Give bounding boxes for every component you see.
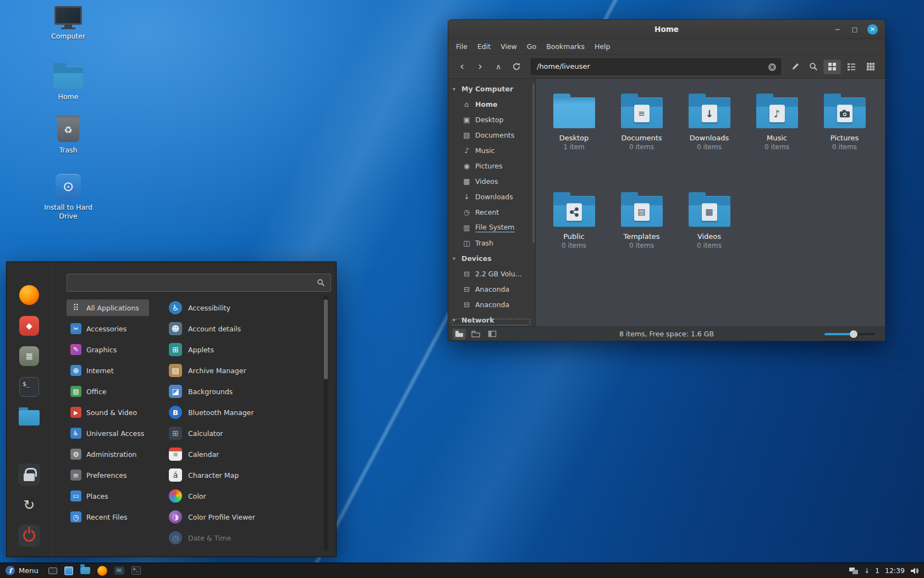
sidebar-item-documents[interactable]: ▤ Documents xyxy=(448,127,535,143)
show-desktop-icon[interactable] xyxy=(48,568,57,574)
desktop-icon-install[interactable]: ⊙ Install to Hard Drive xyxy=(35,174,101,220)
sidebar-item-anaconda-2[interactable]: ⊟ Anaconda xyxy=(448,297,535,312)
list-view-button[interactable] xyxy=(843,59,860,74)
forward-button[interactable]: › xyxy=(472,58,488,75)
network-icon[interactable] xyxy=(849,567,859,575)
menu-search-input[interactable] xyxy=(73,278,317,287)
desktop-icon-trash[interactable]: ♻ Trash xyxy=(35,118,101,155)
desktop-icon-home[interactable]: Home xyxy=(35,62,101,101)
clock[interactable]: 12:39 xyxy=(885,566,905,575)
path-bar[interactable]: /home/liveuser xyxy=(531,58,781,75)
section-my-computer[interactable]: ▾ My Computer xyxy=(448,81,535,96)
app-bluetooth-manager[interactable]: B Bluetooth Manager xyxy=(169,404,322,421)
category-all-applications[interactable]: ⠿ All Applications xyxy=(67,299,149,316)
file-templates[interactable]: ▤ Templates 0 items xyxy=(608,192,675,249)
titlebar[interactable]: Home − ◻ × xyxy=(448,20,885,39)
desktop-icon-computer[interactable]: Computer xyxy=(35,6,101,41)
app-account-details[interactable]: ☻ Account details xyxy=(169,320,322,337)
sidebar-item-anaconda-1[interactable]: ⊟ Anaconda xyxy=(448,281,535,297)
up-button[interactable]: ∧ xyxy=(490,58,507,75)
sidebar-scrollbar[interactable] xyxy=(532,83,535,243)
menu-go[interactable]: Go xyxy=(522,40,541,53)
file-music[interactable]: ♪ Music 0 items xyxy=(743,93,811,151)
compact-view-button[interactable] xyxy=(862,59,879,74)
favorite-firefox[interactable] xyxy=(18,284,40,306)
app-date-time[interactable]: ◷ Date & Time xyxy=(169,530,322,546)
category-office[interactable]: ▤ Office xyxy=(67,383,149,400)
search-button[interactable] xyxy=(805,58,822,75)
app-backgrounds[interactable]: ◪ Backgrounds xyxy=(169,383,322,400)
category-places[interactable]: ▭ Places xyxy=(67,488,149,504)
category-sound-video[interactable]: ▶ Sound & Video xyxy=(67,404,149,421)
favorite-terminal[interactable]: $_ xyxy=(18,376,40,398)
category-internet[interactable]: ⊕ Internet xyxy=(67,362,149,379)
firefox-launcher-icon[interactable] xyxy=(97,566,107,576)
sidebar-item-trash[interactable]: ◫ Trash xyxy=(448,235,535,250)
terminal-launcher-icon[interactable]: >_ xyxy=(131,566,141,575)
toggle-places-button[interactable] xyxy=(453,329,466,340)
file-pictures[interactable]: Pictures 0 items xyxy=(811,93,878,151)
menu-bookmarks[interactable]: Bookmarks xyxy=(541,40,590,53)
category-accessories[interactable]: ✂ Accessories xyxy=(67,320,149,337)
category-preferences[interactable]: ≡ Preferences xyxy=(67,467,149,483)
file-public[interactable]: Public 0 items xyxy=(540,192,608,249)
maximize-button[interactable]: ◻ xyxy=(850,25,859,34)
menu-view[interactable]: View xyxy=(496,40,522,53)
app-character-map[interactable]: á Character Map xyxy=(169,467,322,483)
sidebar-item-downloads[interactable]: ↓ Downloads xyxy=(448,189,535,204)
edit-location-button[interactable] xyxy=(787,58,804,75)
sidebar-item-videos[interactable]: ▦ Videos xyxy=(448,173,535,189)
toggle-treeview-button[interactable] xyxy=(469,329,482,340)
sidebar-item-desktop[interactable]: ▣ Desktop xyxy=(448,112,535,127)
sidebar-item-music[interactable]: ♪ Music xyxy=(448,143,535,158)
sidebar-item-recent[interactable]: ◷ Recent xyxy=(448,204,535,220)
menu-scrollbar-thumb[interactable] xyxy=(324,299,328,379)
sidebar-item-volume[interactable]: ⊟ 2.2 GB Volu... xyxy=(448,266,535,281)
section-devices[interactable]: ▾ Devices xyxy=(448,250,535,266)
file-downloads[interactable]: ↓ Downloads 0 items xyxy=(675,93,743,151)
category-universal-access[interactable]: ♿ Universal Access xyxy=(67,425,149,441)
sidebar-item-home[interactable]: ⌂ Home xyxy=(448,96,535,112)
file-videos[interactable]: ▦ Videos 0 items xyxy=(675,192,743,249)
back-button[interactable]: ‹ xyxy=(454,58,470,75)
menu-file[interactable]: File xyxy=(451,40,472,53)
refresh-button[interactable] xyxy=(508,58,525,75)
zoom-slider[interactable] xyxy=(824,330,875,338)
updates-icon[interactable]: ↓ xyxy=(864,567,870,575)
file-desktop[interactable]: Desktop 1 item xyxy=(540,93,608,151)
menu-button[interactable]: f Menu xyxy=(0,563,44,578)
app-calculator[interactable]: ⊞ Calculator xyxy=(169,425,322,441)
close-button[interactable]: × xyxy=(867,24,878,35)
toggle-sidepane-button[interactable] xyxy=(486,329,499,340)
update-count[interactable]: 1 xyxy=(875,566,879,575)
zoom-slider-knob[interactable] xyxy=(850,330,857,338)
minimize-button[interactable]: − xyxy=(833,25,842,34)
file-documents[interactable]: ≡ Documents 0 items xyxy=(608,93,675,151)
menu-help[interactable]: Help xyxy=(590,40,615,53)
mail-launcher-icon[interactable]: ✉ xyxy=(114,566,124,575)
clear-path-icon[interactable] xyxy=(768,63,777,73)
category-recent-files[interactable]: ◷ Recent Files xyxy=(67,509,149,525)
software-launcher-icon[interactable] xyxy=(64,566,73,575)
app-calendar[interactable]: ▦ Calendar xyxy=(169,446,322,462)
shutdown-button[interactable] xyxy=(18,525,40,547)
app-color-profile-viewer[interactable]: ◑ Color Profile Viewer xyxy=(169,509,322,525)
app-accessibility[interactable]: ♿ Accessibility xyxy=(169,299,322,316)
app-color[interactable]: Color xyxy=(169,488,322,504)
sidebar-item-pictures[interactable]: ◉ Pictures xyxy=(448,158,535,173)
menu-edit[interactable]: Edit xyxy=(472,40,496,53)
category-graphics[interactable]: ✎ Graphics xyxy=(67,341,149,358)
favorite-files[interactable] xyxy=(18,407,40,429)
lock-screen-button[interactable] xyxy=(18,464,40,486)
menu-search-box[interactable] xyxy=(67,274,331,292)
menu-scrollbar[interactable] xyxy=(324,295,328,551)
logout-button[interactable]: ↻ xyxy=(18,494,40,516)
sidebar-item-filesystem[interactable]: ▥ File System xyxy=(448,220,535,235)
app-archive-manager[interactable]: ▤ Archive Manager xyxy=(169,362,322,379)
app-applets[interactable]: ⊞ Applets xyxy=(169,341,322,358)
category-administration[interactable]: ⚙ Administration xyxy=(67,446,149,462)
favorite-software[interactable]: ◆ xyxy=(18,315,40,337)
favorite-package-manager[interactable]: ≣ xyxy=(18,345,40,367)
icon-view-button[interactable] xyxy=(823,59,841,74)
volume-icon[interactable] xyxy=(910,567,920,575)
